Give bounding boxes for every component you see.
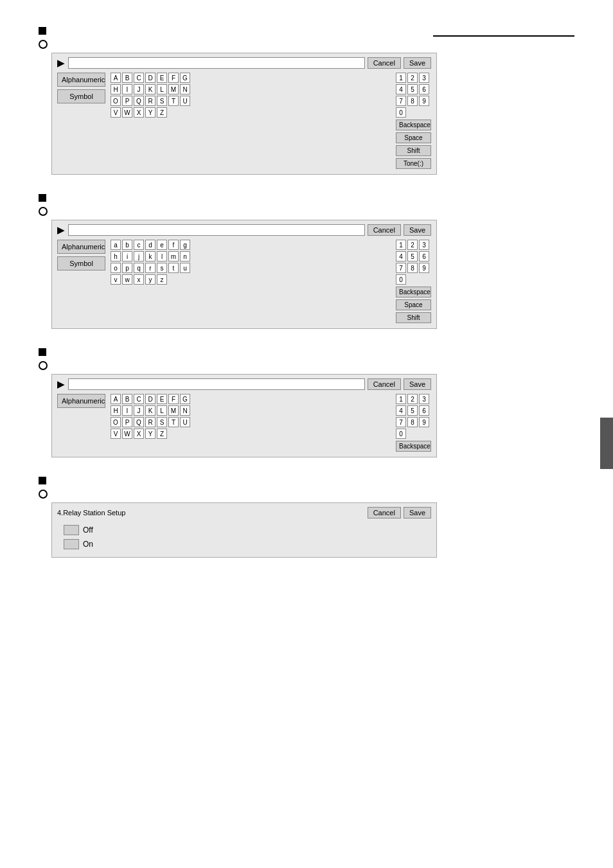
key-8b[interactable]: 8: [407, 263, 418, 273]
key-4[interactable]: 4: [396, 84, 406, 94]
kb1-input[interactable]: [68, 57, 365, 69]
key-I[interactable]: I: [122, 84, 132, 94]
key-U[interactable]: U: [180, 96, 190, 106]
key-e[interactable]: e: [157, 240, 167, 250]
key-Ic[interactable]: I: [122, 405, 132, 416]
kb1-tone-button[interactable]: Tone(:): [396, 158, 431, 169]
kb1-tab-symbol[interactable]: Symbol: [57, 89, 105, 103]
key-L[interactable]: L: [157, 84, 167, 94]
kb1-save-button[interactable]: Save: [404, 57, 431, 69]
key-R[interactable]: R: [145, 96, 155, 106]
key-a[interactable]: a: [111, 240, 121, 250]
key-Vc[interactable]: V: [111, 429, 121, 439]
key-y[interactable]: y: [145, 274, 155, 285]
key-0[interactable]: 0: [396, 107, 406, 118]
key-N[interactable]: N: [180, 84, 190, 94]
key-W[interactable]: W: [122, 107, 132, 118]
key-Cc[interactable]: C: [134, 394, 144, 404]
key-d[interactable]: d: [145, 240, 155, 250]
key-k[interactable]: k: [145, 251, 155, 261]
relay-radio-on[interactable]: [64, 539, 79, 549]
key-Ec[interactable]: E: [157, 394, 167, 404]
key-q[interactable]: q: [134, 263, 144, 273]
key-9b[interactable]: 9: [419, 263, 429, 273]
key-Zc[interactable]: Z: [157, 429, 167, 439]
key-1b[interactable]: 1: [396, 240, 406, 250]
key-j[interactable]: j: [134, 251, 144, 261]
kb1-backspace-button[interactable]: Backspace: [396, 120, 431, 130]
key-Q[interactable]: Q: [134, 96, 144, 106]
key-4b[interactable]: 4: [396, 251, 406, 261]
relay-save-button[interactable]: Save: [404, 507, 431, 518]
key-Wc[interactable]: W: [122, 429, 132, 439]
key-M[interactable]: M: [168, 84, 179, 94]
kb2-input[interactable]: [68, 224, 365, 236]
key-P[interactable]: P: [122, 96, 132, 106]
key-Tc[interactable]: T: [168, 417, 179, 427]
key-m[interactable]: m: [168, 251, 179, 261]
key-Dc[interactable]: D: [145, 394, 155, 404]
kb1-tab-alphanumeric[interactable]: Alphanumeric: [57, 73, 105, 87]
key-t[interactable]: t: [168, 263, 179, 273]
key-u[interactable]: u: [180, 263, 190, 273]
key-O[interactable]: O: [111, 96, 121, 106]
relay-radio-off[interactable]: [64, 525, 79, 535]
key-7b[interactable]: 7: [396, 263, 406, 273]
key-E[interactable]: E: [157, 73, 167, 83]
key-Mc[interactable]: M: [168, 405, 179, 416]
key-s[interactable]: s: [157, 263, 167, 273]
key-V[interactable]: V: [111, 107, 121, 118]
key-Ac[interactable]: A: [111, 394, 121, 404]
key-8[interactable]: 8: [407, 96, 418, 106]
key-G[interactable]: G: [180, 73, 190, 83]
key-Xc[interactable]: X: [134, 429, 144, 439]
key-Rc[interactable]: R: [145, 417, 155, 427]
key-v[interactable]: v: [111, 274, 121, 285]
key-3[interactable]: 3: [419, 73, 429, 83]
key-S[interactable]: S: [157, 96, 167, 106]
kb2-tab-symbol[interactable]: Symbol: [57, 256, 105, 270]
key-B[interactable]: B: [122, 73, 132, 83]
key-T[interactable]: T: [168, 96, 179, 106]
key-0c[interactable]: 0: [396, 429, 406, 439]
key-5b[interactable]: 5: [407, 251, 418, 261]
kb1-space-button[interactable]: Space: [396, 132, 431, 143]
kb2-cancel-button[interactable]: Cancel: [368, 224, 401, 236]
key-r[interactable]: r: [145, 263, 155, 273]
key-H[interactable]: H: [111, 84, 121, 94]
kb2-space-button[interactable]: Space: [396, 299, 431, 310]
key-1c[interactable]: 1: [396, 394, 406, 404]
key-n[interactable]: n: [180, 251, 190, 261]
key-Jc[interactable]: J: [134, 405, 144, 416]
key-9c[interactable]: 9: [419, 417, 429, 427]
kb2-shift-button[interactable]: Shift: [396, 312, 431, 323]
key-Z[interactable]: Z: [157, 107, 167, 118]
key-i[interactable]: i: [122, 251, 132, 261]
key-X[interactable]: X: [134, 107, 144, 118]
key-3b[interactable]: 3: [419, 240, 429, 250]
key-Sc[interactable]: S: [157, 417, 167, 427]
key-h[interactable]: h: [111, 251, 121, 261]
key-2[interactable]: 2: [407, 73, 418, 83]
kb1-shift-button[interactable]: Shift: [396, 145, 431, 156]
key-b[interactable]: b: [122, 240, 132, 250]
relay-cancel-button[interactable]: Cancel: [368, 507, 401, 518]
key-C[interactable]: C: [134, 73, 144, 83]
key-x[interactable]: x: [134, 274, 144, 285]
kb2-tab-alphanumeric[interactable]: Alphanumeric: [57, 240, 105, 254]
key-Fc[interactable]: F: [168, 394, 179, 404]
key-Bc[interactable]: B: [122, 394, 132, 404]
kb1-cancel-button[interactable]: Cancel: [368, 57, 401, 69]
key-Pc[interactable]: P: [122, 417, 132, 427]
key-w[interactable]: w: [122, 274, 132, 285]
key-1[interactable]: 1: [396, 73, 406, 83]
key-K[interactable]: K: [145, 84, 155, 94]
key-3c[interactable]: 3: [419, 394, 429, 404]
key-c[interactable]: c: [134, 240, 144, 250]
key-9[interactable]: 9: [419, 96, 429, 106]
key-g[interactable]: g: [180, 240, 190, 250]
kb3-input[interactable]: [68, 378, 365, 390]
kb3-tab-alphanumeric[interactable]: Alphanumeric: [57, 394, 105, 408]
key-Nc[interactable]: N: [180, 405, 190, 416]
kb3-cancel-button[interactable]: Cancel: [368, 378, 401, 390]
